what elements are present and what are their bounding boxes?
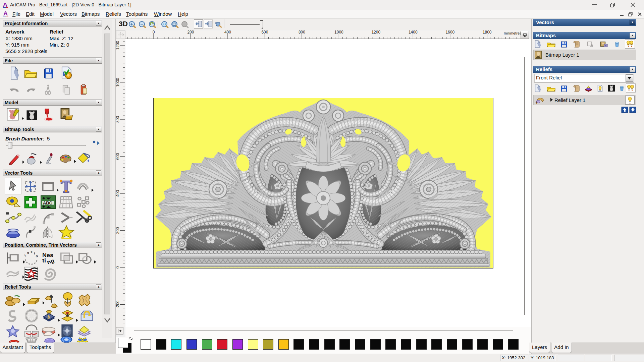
svg-text:1400: 1400 <box>409 31 418 35</box>
svg-text:200: 200 <box>187 31 194 35</box>
svg-text:ng: ng <box>46 257 55 265</box>
svg-text:600: 600 <box>116 153 120 160</box>
svg-text:1000: 1000 <box>116 78 120 87</box>
svg-text:1200: 1200 <box>371 31 380 35</box>
svg-text:800: 800 <box>116 116 120 123</box>
svg-text:ti: ti <box>42 258 46 264</box>
svg-text:x: x <box>31 251 33 254</box>
svg-text:0: 0 <box>116 266 120 268</box>
svg-text:1600: 1600 <box>445 31 454 35</box>
svg-text:400: 400 <box>224 31 231 35</box>
svg-text:b: b <box>47 314 50 319</box>
svg-text:o: o <box>35 254 39 258</box>
svg-text:1:1: 1:1 <box>163 23 166 25</box>
svg-text:t: t <box>24 254 27 257</box>
svg-text:ABC: ABC <box>43 201 52 205</box>
svg-text:0: 0 <box>153 31 155 35</box>
svg-text:200: 200 <box>116 227 120 234</box>
svg-text:1800: 1800 <box>483 31 492 35</box>
svg-text:1000: 1000 <box>334 31 343 35</box>
svg-text:-200: -200 <box>116 300 120 308</box>
svg-text:1200: 1200 <box>116 41 120 50</box>
svg-text:e: e <box>27 251 30 254</box>
svg-text:800: 800 <box>299 31 305 35</box>
svg-text:400: 400 <box>116 190 120 197</box>
svg-text:millimetres: millimetres <box>504 31 521 35</box>
svg-text:t: t <box>34 251 36 255</box>
svg-text:600: 600 <box>261 31 268 35</box>
